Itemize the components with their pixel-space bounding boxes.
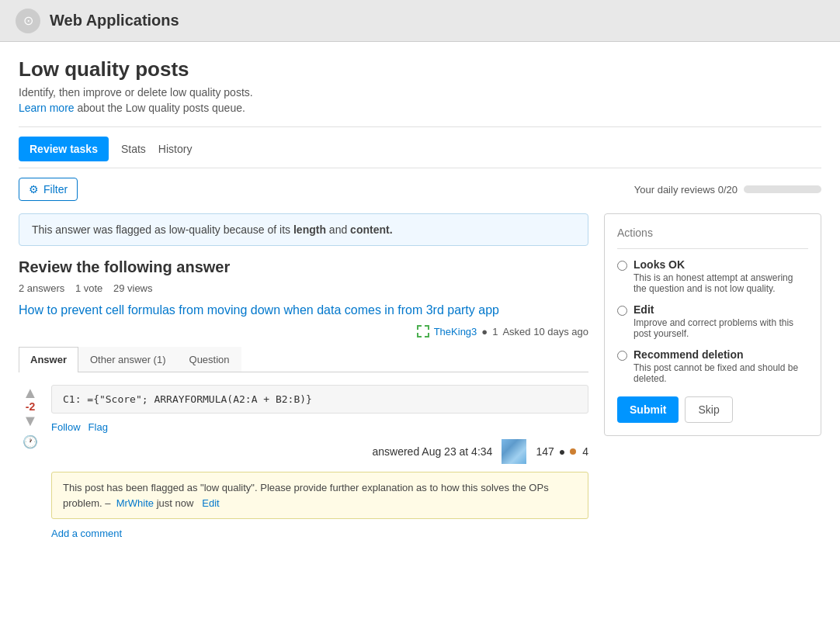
filter-row: ⚙ Filter Your daily reviews 0/20 <box>19 178 821 201</box>
review-content: This answer was flagged as low-quality b… <box>19 213 588 552</box>
edit-radio[interactable] <box>617 306 627 316</box>
action-looks-ok: Looks OK This is an honest attempt at an… <box>617 258 808 294</box>
app-logo: ⊙ <box>16 9 40 33</box>
learn-more-link[interactable]: Learn more <box>19 102 75 114</box>
page-subtitle: Identify, then improve or delete low qua… <box>19 86 821 99</box>
comment-author-link[interactable]: MrWhite <box>116 497 154 509</box>
nav-links: Review tasks Stats History <box>19 137 192 161</box>
filter-button[interactable]: ⚙ Filter <box>19 178 78 201</box>
vote-area: ▲ -2 ▼ 🕐 <box>19 385 42 449</box>
answer-meta: 2 answers 1 vote 29 views <box>19 282 588 294</box>
review-layout: This answer was flagged as low-quality b… <box>19 213 821 552</box>
tab-question[interactable]: Question <box>178 347 241 372</box>
actions-panel: Actions Looks OK This is an honest attem… <box>604 213 821 436</box>
flag-notice: This answer was flagged as low-quality b… <box>19 213 588 246</box>
action-edit: Edit Improve and correct problems with t… <box>617 303 808 339</box>
answer-body: ▲ -2 ▼ 🕐 C1: ={"Score"; ARRAYFORMULA(A2:… <box>19 372 588 552</box>
main-content: Low quality posts Identify, then improve… <box>0 42 840 623</box>
tab-other-answer[interactable]: Other answer (1) <box>78 347 178 372</box>
recommend-deletion-desc: This post cannot be fixed and should be … <box>633 362 808 384</box>
answered-meta: answered Aug 23 at 4:34 147 ● 4 <box>51 439 588 464</box>
downvote-button[interactable]: ▼ <box>23 413 38 428</box>
app-header: ⊙ Web Applications <box>0 0 840 42</box>
answer-actions: Follow Flag <box>51 421 588 433</box>
upvote-button[interactable]: ▲ <box>23 385 38 400</box>
bronze-badge-dot <box>570 448 576 455</box>
question-title: How to prevent cell formulas from moving… <box>19 302 588 319</box>
vote-count: -2 <box>26 400 35 413</box>
asker-avatar <box>417 325 429 337</box>
follow-link[interactable]: Follow <box>51 421 81 433</box>
looks-ok-radio[interactable] <box>617 261 627 271</box>
learn-more-line: Learn more about the Low quality posts q… <box>19 102 821 114</box>
stats-link[interactable]: Stats <box>121 143 146 155</box>
answer-tabs: Answer Other answer (1) Question <box>19 347 588 372</box>
looks-ok-label[interactable]: Looks OK <box>633 258 685 271</box>
action-recommend-deletion: Recommend deletion This post cannot be f… <box>617 348 808 384</box>
action-buttons: Submit Skip <box>617 396 808 423</box>
page-title: Low quality posts <box>19 57 821 81</box>
skip-button[interactable]: Skip <box>685 396 732 423</box>
add-comment-link[interactable]: Add a comment <box>51 528 122 539</box>
daily-reviews: Your daily reviews 0/20 <box>634 184 821 196</box>
review-tasks-button[interactable]: Review tasks <box>19 137 109 161</box>
gear-icon: ⚙ <box>29 183 39 196</box>
submit-button[interactable]: Submit <box>617 396 679 423</box>
comment-box: This post has been flagged as "low quali… <box>51 472 588 519</box>
asked-by: TheKing3 ● 1 Asked 10 days ago <box>19 325 588 337</box>
answer-row: ▲ -2 ▼ 🕐 C1: ={"Score"; ARRAYFORMULA(A2:… <box>19 385 588 539</box>
logo-icon: ⊙ <box>23 13 33 28</box>
question-title-link[interactable]: How to prevent cell formulas from moving… <box>19 303 499 317</box>
app-title: Web Applications <box>50 12 179 29</box>
progress-bar <box>744 185 821 193</box>
recommend-deletion-label[interactable]: Recommend deletion <box>633 348 744 361</box>
history-button[interactable]: 🕐 <box>23 434 38 449</box>
answer-author-avatar <box>502 439 526 464</box>
asker-name[interactable]: TheKing3 <box>434 326 477 337</box>
flag-link[interactable]: Flag <box>89 421 108 433</box>
tab-answer[interactable]: Answer <box>19 347 78 372</box>
page-heading: Low quality posts Identify, then improve… <box>19 57 821 114</box>
review-nav: Review tasks Stats History <box>19 126 821 161</box>
actions-panel-title: Actions <box>617 227 808 239</box>
edit-desc: Improve and correct problems with this p… <box>633 317 808 339</box>
recommend-deletion-radio[interactable] <box>617 351 627 361</box>
comment-edit-link[interactable]: Edit <box>202 497 219 509</box>
code-block: C1: ={"Score"; ARRAYFORMULA(A2:A + B2:B)… <box>51 385 588 414</box>
edit-label[interactable]: Edit <box>633 303 654 316</box>
answer-text-area: C1: ={"Score"; ARRAYFORMULA(A2:A + B2:B)… <box>51 385 588 539</box>
review-heading: Review the following answer <box>19 258 588 276</box>
looks-ok-desc: This is an honest attempt at answering t… <box>633 272 808 294</box>
history-link[interactable]: History <box>158 143 193 155</box>
